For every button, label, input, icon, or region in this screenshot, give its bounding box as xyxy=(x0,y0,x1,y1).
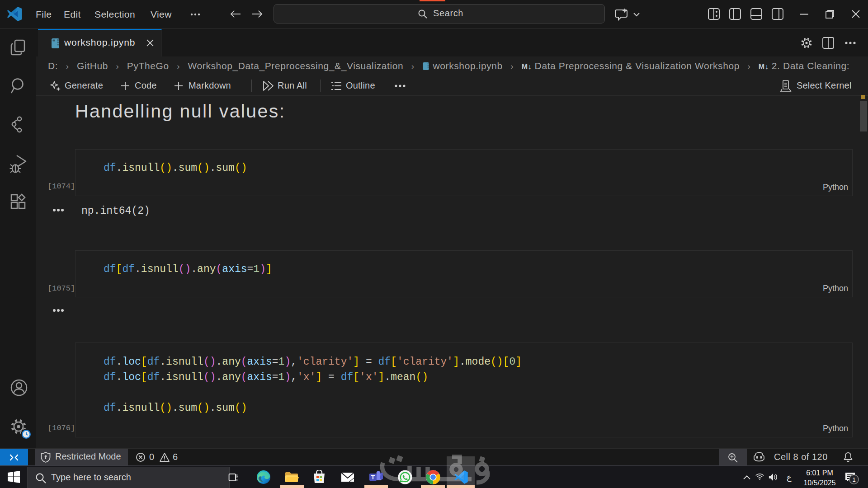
svg-text:1: 1 xyxy=(852,476,855,483)
